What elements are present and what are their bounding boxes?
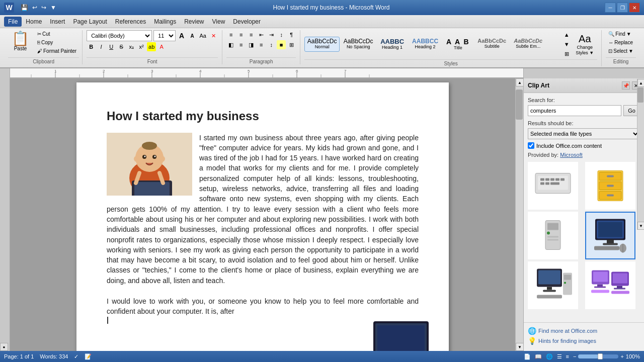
menu-mailings[interactable]: Mailings [150, 17, 180, 27]
cut-button[interactable]: ✂ Cut [35, 30, 79, 38]
document-page: How I started my business [76, 82, 449, 351]
shrink-font-button[interactable]: A [188, 31, 197, 40]
style-normal-button[interactable]: AaBbCcDc Normal [304, 37, 340, 52]
styles-scroll-up[interactable]: ▲ [562, 30, 571, 39]
clip-scroll-down[interactable]: ▼ [637, 222, 644, 230]
menu-file[interactable]: File [4, 17, 22, 27]
view-web-layout[interactable]: 🌐 [546, 353, 553, 360]
subscript-button[interactable]: x₂ [127, 42, 136, 51]
style-title-button[interactable]: A A B Title [443, 37, 473, 52]
find-button[interactable]: 🔍 Find ▼ [606, 30, 633, 38]
menu-home[interactable]: Home [22, 17, 46, 27]
highlight-button[interactable]: ab [147, 42, 156, 51]
view-full-reading[interactable]: 📖 [535, 353, 542, 360]
clip-item-3[interactable] [528, 212, 578, 259]
clip-scroll-thumb[interactable] [637, 87, 643, 103]
increase-indent-button[interactable]: ⇥ [267, 30, 276, 39]
microsoft-link[interactable]: Microsoft [560, 152, 583, 158]
style-no-spacing-button[interactable]: AaBbCcDc No Spacing [341, 37, 376, 52]
clip-vscrollbar[interactable]: ▲ ▼ [637, 79, 644, 230]
clip-type-select[interactable]: Selected media file types [528, 128, 640, 139]
show-hide-button[interactable]: ¶ [287, 30, 296, 39]
spell-check-icon[interactable]: ✓ [74, 353, 78, 360]
menu-insert[interactable]: Insert [46, 17, 69, 27]
minimize-button[interactable]: ─ [605, 3, 616, 13]
style-subtle-em-button[interactable]: AaBbCcDc Subtle Em... [511, 37, 546, 52]
clear-format-button[interactable]: ✕ [209, 31, 218, 40]
close-button[interactable]: ✕ [629, 3, 640, 13]
style-subtitle-button[interactable]: AaBbCcDc Subtitle [474, 37, 510, 52]
view-draft[interactable]: ≡ [566, 353, 569, 359]
clip-item-1[interactable] [528, 162, 578, 210]
font-color-button[interactable]: A [157, 42, 166, 51]
grow-font-button[interactable]: A [177, 31, 186, 40]
style-heading2-label: Heading 2 [415, 44, 436, 49]
numbering-button[interactable]: ≡ [236, 30, 246, 39]
view-print-layout[interactable]: 📄 [524, 353, 531, 360]
decrease-indent-button[interactable]: ⇤ [257, 30, 266, 39]
undo-quick-btn[interactable]: ↩ [31, 4, 39, 11]
styles-more[interactable]: ⊞ [562, 49, 571, 58]
clip-search-input[interactable] [528, 105, 621, 116]
clip-item-4[interactable] [585, 212, 635, 259]
styles-scroll-down[interactable]: ▼ [562, 40, 571, 49]
change-styles-button[interactable]: Aa ChangeStyles ▼ [572, 32, 597, 57]
hints-link[interactable]: 💡 Hints for finding images [528, 337, 640, 345]
line-spacing-button[interactable]: ↕ [267, 40, 276, 49]
clip-item-6[interactable] [585, 261, 635, 309]
zoom-out-button[interactable]: − [573, 353, 576, 359]
menu-page-layout[interactable]: Page Layout [69, 17, 111, 27]
save-quick-btn[interactable]: 💾 [19, 4, 30, 11]
justify-button[interactable]: ≡ [257, 40, 266, 49]
menu-review[interactable]: Review [180, 17, 208, 27]
clip-item-5[interactable] [528, 261, 578, 309]
align-center-button[interactable]: ≡ [236, 40, 246, 49]
multilevel-button[interactable]: ≡ [247, 30, 256, 39]
font-size-select[interactable]: 11 [153, 30, 176, 41]
browse-object-button[interactable]: ● [0, 343, 8, 351]
format-painter-button[interactable]: 🖌 Format Painter [35, 47, 79, 55]
border-button[interactable]: ⊞ [287, 40, 296, 49]
align-left-button[interactable]: ◧ [226, 40, 235, 49]
clip-item-2[interactable] [585, 162, 635, 210]
clip-pin-button[interactable]: 📌 [622, 81, 630, 89]
scroll-up-button[interactable]: ▲ [516, 78, 524, 86]
style-heading2-button[interactable]: AABBCC Heading 2 [409, 37, 442, 52]
include-office-checkbox[interactable] [528, 142, 534, 149]
doc-vscrollbar[interactable]: ▲ ▼ [515, 78, 523, 351]
zoom-thumb[interactable] [598, 353, 603, 359]
redo-quick-btn[interactable]: ↪ [40, 4, 48, 11]
page-info: Page: 1 of 1 [4, 353, 34, 359]
superscript-button[interactable]: x² [137, 42, 146, 51]
copy-button[interactable]: ⎘ Copy [35, 39, 79, 46]
scroll-down-button[interactable]: ▼ [516, 343, 524, 351]
strikethrough-button[interactable]: S [117, 42, 126, 51]
scrollbar-thumb[interactable] [516, 89, 523, 120]
style-heading1-button[interactable]: AABBC Heading 1 [377, 37, 408, 52]
menu-developer[interactable]: Developer [229, 17, 265, 27]
language-icon[interactable]: 📝 [85, 353, 92, 360]
zoom-in-button[interactable]: + [620, 353, 623, 359]
sort-button[interactable]: ↕ [277, 30, 286, 39]
clip-scroll-up[interactable]: ▲ [637, 79, 644, 87]
change-case-button[interactable]: Aa [198, 31, 207, 40]
bold-button[interactable]: B [87, 42, 96, 51]
italic-button[interactable]: I [97, 42, 106, 51]
replace-button[interactable]: ↔ Replace [606, 39, 635, 46]
zoom-slider[interactable] [578, 354, 618, 358]
font-label: Font [87, 57, 218, 64]
underline-button[interactable]: U [107, 42, 116, 51]
restore-button[interactable]: ❐ [617, 3, 628, 13]
font-family-select[interactable]: Calibri (Body) [87, 30, 152, 41]
ruler-svg: 1 2 3 4 5 6 7 [10, 68, 523, 78]
align-right-button[interactable]: ◨ [247, 40, 256, 49]
customize-quick-btn[interactable]: ▼ [49, 4, 58, 11]
find-more-link[interactable]: 🌐 Find more at Office.com [528, 327, 640, 335]
shading-button[interactable]: ■ [277, 40, 286, 49]
bullets-button[interactable]: ≡ [226, 30, 235, 39]
view-outline[interactable]: ☰ [557, 353, 562, 360]
menu-view[interactable]: View [208, 17, 229, 27]
paste-button[interactable]: 📋 Paste [8, 30, 33, 55]
select-button[interactable]: ⊡ Select ▼ [606, 47, 636, 55]
menu-references[interactable]: References [111, 17, 150, 27]
